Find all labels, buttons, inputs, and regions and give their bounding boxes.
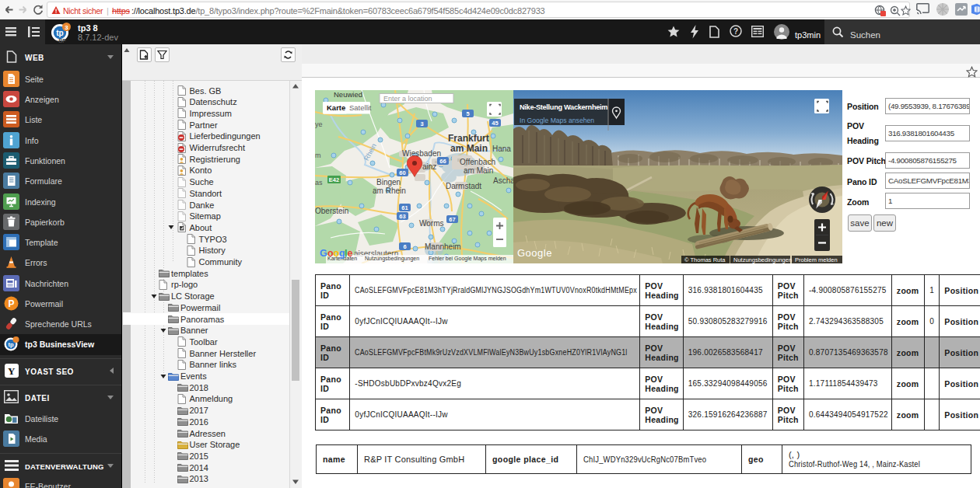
svg-text:Offenbach: Offenbach: [460, 158, 495, 166]
svg-text:67: 67: [449, 216, 455, 223]
svg-text:Y: Y: [8, 365, 16, 377]
svg-text:Nutzungsbedingungen: Nutzungsbedingungen: [733, 256, 792, 263]
svg-text:tp: tp: [8, 341, 13, 348]
svg-text:Nike-Stellung Wackernheim: Nike-Stellung Wackernheim: [520, 103, 607, 111]
svg-text:tp: tp: [56, 29, 63, 37]
svg-text:ye: ye: [315, 120, 323, 128]
svg-text:45: 45: [492, 120, 498, 127]
svg-text:Problem melden: Problem melden: [795, 256, 838, 263]
svg-text:3: 3: [65, 24, 68, 31]
svg-text:Fehler bei Google Maps melden: Fehler bei Google Maps melden: [429, 256, 506, 262]
svg-text:am Main: am Main: [464, 166, 493, 175]
svg-text:as: as: [315, 179, 323, 186]
svg-text:Neuwied: Neuwied: [334, 90, 362, 99]
svg-text:© Thomas Ruta: © Thomas Ruta: [684, 256, 726, 263]
svg-text:61: 61: [401, 204, 408, 211]
svg-text:Karte: Karte: [327, 103, 345, 112]
svg-text:am Rhein: am Rhein: [373, 186, 406, 195]
svg-text:ainz: ainz: [422, 162, 436, 171]
svg-text:Satellit: Satellit: [349, 103, 372, 112]
svg-text:G: G: [320, 248, 327, 259]
svg-text:Darmstadt: Darmstadt: [446, 182, 481, 190]
svg-text:Google: Google: [517, 247, 552, 259]
svg-text:6: 6: [403, 243, 406, 250]
svg-text:Hana: Hana: [492, 145, 511, 153]
svg-text:63: 63: [399, 213, 405, 220]
svg-text:P: P: [8, 298, 14, 309]
svg-text:3: 3: [420, 120, 423, 127]
svg-text:e: e: [348, 248, 353, 259]
svg-text:Enter a location: Enter a location: [383, 95, 432, 103]
svg-text:5: 5: [466, 110, 469, 117]
svg-text:Nutzungsbedingungen: Nutzungsbedingungen: [365, 256, 419, 262]
svg-text:Bingen: Bingen: [376, 178, 401, 186]
svg-text:Aschaf: Aschaf: [493, 176, 513, 185]
svg-text:Wiesbaden: Wiesbaden: [402, 149, 441, 158]
svg-text:Frankfurt: Frankfurt: [448, 133, 489, 144]
svg-text:m: m: [315, 152, 321, 159]
svg-text:In Google Maps ansehen: In Google Maps ansehen: [520, 117, 594, 124]
svg-text:E42: E42: [329, 176, 339, 183]
svg-text:60: 60: [399, 169, 405, 176]
svg-text:Worms: Worms: [419, 219, 443, 228]
svg-text:Mannheim: Mannheim: [425, 242, 461, 251]
svg-text:BP: BP: [58, 38, 66, 44]
svg-text:Oberstein: Oberstein: [315, 207, 348, 215]
svg-text:?: ?: [733, 27, 738, 36]
svg-text:am Main: am Main: [450, 143, 488, 154]
svg-text:66: 66: [439, 158, 446, 165]
